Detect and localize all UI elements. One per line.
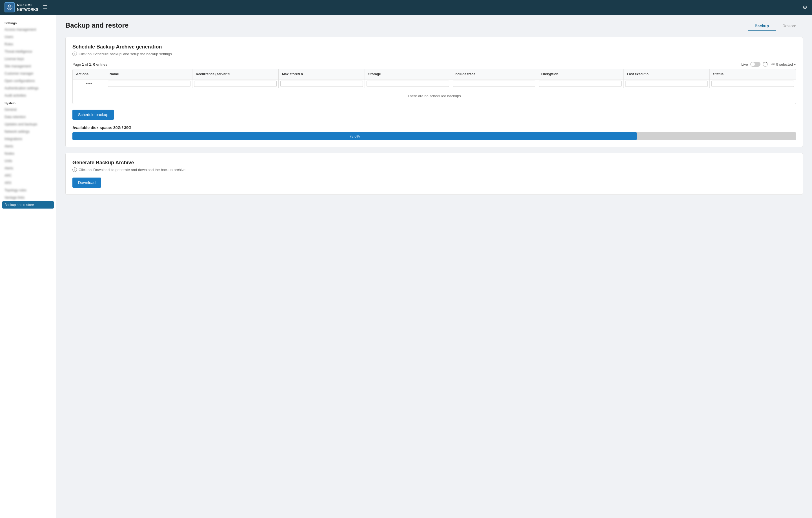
logo-text: NOZOMI NETWORKS xyxy=(17,3,38,11)
chevron-down-icon: ▾ xyxy=(794,62,796,66)
schedule-table-wrapper: Actions Name Recurrence (server ti... Ma… xyxy=(72,69,796,104)
sidebar-item-integrations[interactable]: Integrations xyxy=(0,135,56,143)
generate-backup-card: Generate Backup Archive i Click on 'Down… xyxy=(65,153,803,195)
disk-space-progress: 78.0% xyxy=(72,132,796,140)
filter-encryption-input[interactable] xyxy=(539,81,621,87)
filter-recurrence[interactable] xyxy=(193,79,279,88)
page-header: Backup and restore Backup Restore xyxy=(65,22,803,31)
filter-storage[interactable] xyxy=(365,79,451,88)
filter-recurrence-input[interactable] xyxy=(194,81,277,87)
progress-bar-fill: 78.0% xyxy=(72,132,637,140)
table-filter-row: ••• xyxy=(73,79,796,88)
sidebar-item-arx[interactable]: ARX xyxy=(0,179,56,186)
col-include-trace: Include trace... xyxy=(451,69,537,79)
sidebar-item-audit[interactable]: Audit activities xyxy=(0,92,56,99)
generate-section-subtitle: i Click on 'Download' to generate and do… xyxy=(72,167,796,172)
hamburger-menu[interactable]: ☰ xyxy=(43,4,47,10)
sidebar-item-vantage[interactable]: Vantage links xyxy=(0,194,56,201)
loading-spinner xyxy=(763,62,768,67)
sidebar-item-license[interactable]: License keys xyxy=(0,55,56,63)
col-status: Status xyxy=(710,69,796,79)
sidebar-item-topology[interactable]: Topology rules xyxy=(0,186,56,194)
filter-name[interactable] xyxy=(106,79,192,88)
right-controls: Live 👁 9 selected ▾ xyxy=(741,62,796,67)
col-last-exec: Last executio... xyxy=(624,69,710,79)
download-button[interactable]: Download xyxy=(72,177,101,188)
tab-restore[interactable]: Restore xyxy=(776,22,803,31)
sidebar-item-site-mgmt[interactable]: Site management xyxy=(0,63,56,70)
sidebar-item-updates[interactable]: Updates and backups xyxy=(0,121,56,128)
live-toggle[interactable] xyxy=(750,62,760,67)
sidebar-item-backup-restore[interactable]: Backup and restore xyxy=(2,201,54,208)
table-empty-row: There are no scheduled backups xyxy=(73,88,796,104)
col-recurrence: Recurrence (server ti... xyxy=(193,69,279,79)
filter-actions: ••• xyxy=(73,79,106,88)
sidebar: Settings Access management Users Roles T… xyxy=(0,15,56,518)
settings-icon[interactable]: ⚙ xyxy=(803,4,808,11)
filter-max-stored-input[interactable] xyxy=(280,81,363,87)
page-info: Page 1 of 1, 0 entries xyxy=(72,62,107,66)
filter-include-trace[interactable] xyxy=(451,79,537,88)
empty-message: There are no scheduled backups xyxy=(407,94,461,98)
live-control: Live xyxy=(741,62,768,67)
filter-status-input[interactable] xyxy=(712,81,794,87)
filter-name-input[interactable] xyxy=(108,81,191,87)
table-header-row: Actions Name Recurrence (server ti... Ma… xyxy=(73,69,796,79)
sidebar-item-access-management[interactable]: Access management xyxy=(0,26,56,33)
page-title: Backup and restore xyxy=(65,22,128,29)
live-label: Live xyxy=(741,62,748,66)
schedule-table: Actions Name Recurrence (server ti... Ma… xyxy=(73,69,796,104)
sidebar-item-data-retention[interactable]: Data retention xyxy=(0,113,56,121)
system-section-title: System xyxy=(0,99,56,106)
logo-icon xyxy=(4,2,14,12)
filter-max-stored[interactable] xyxy=(279,79,365,88)
col-max-stored: Max stored b... xyxy=(279,69,365,79)
app-layout: Settings Access management Users Roles T… xyxy=(0,15,812,518)
sidebar-item-network-settings[interactable]: Network settings xyxy=(0,128,56,135)
col-encryption: Encryption xyxy=(537,69,624,79)
filter-storage-input[interactable] xyxy=(367,81,449,87)
info-icon-2: i xyxy=(72,167,77,172)
sidebar-item-users[interactable]: Users xyxy=(0,33,56,40)
generate-section-title: Generate Backup Archive xyxy=(72,160,796,166)
schedule-section-subtitle: i Click on 'Schedule backup' and setup t… xyxy=(72,52,796,56)
dots-icon: ••• xyxy=(86,81,93,86)
main-content: Backup and restore Backup Restore Schedu… xyxy=(56,15,812,518)
col-name: Name xyxy=(106,69,192,79)
logo: NOZOMI NETWORKS xyxy=(4,2,38,12)
info-icon: i xyxy=(72,52,77,56)
sidebar-item-threat-intel[interactable]: Threat intelligence xyxy=(0,48,56,55)
sidebar-item-auth-settings[interactable]: Authentication settings xyxy=(0,85,56,92)
sidebar-item-units[interactable]: Units xyxy=(0,157,56,165)
sidebar-item-nodes[interactable]: Nodes xyxy=(0,150,56,157)
disk-space-label: Available disk space: 30G / 39G xyxy=(72,125,796,130)
settings-section-title: Settings xyxy=(0,19,56,26)
filter-encryption[interactable] xyxy=(537,79,624,88)
filter-last-exec-input[interactable] xyxy=(625,81,708,87)
sidebar-item-customer-mgr[interactable]: Customer manager xyxy=(0,70,56,77)
sidebar-item-alerts[interactable]: Alerts xyxy=(0,143,56,150)
filter-last-exec[interactable] xyxy=(624,79,710,88)
svg-marker-1 xyxy=(8,6,11,9)
sidebar-item-alerts2[interactable]: Alerts xyxy=(0,165,56,172)
columns-selector[interactable]: 👁 9 selected ▾ xyxy=(771,62,796,66)
sidebar-item-general[interactable]: General xyxy=(0,106,56,113)
table-controls: Page 1 of 1, 0 entries Live 👁 9 selected… xyxy=(72,62,796,67)
eye-icon: 👁 xyxy=(771,62,775,66)
sidebar-item-roles[interactable]: Roles xyxy=(0,40,56,48)
header-left: NOZOMI NETWORKS ☰ xyxy=(4,2,47,12)
app-header: NOZOMI NETWORKS ☰ ⚙ xyxy=(0,0,812,15)
col-storage: Storage xyxy=(365,69,451,79)
filter-include-trace-input[interactable] xyxy=(453,81,535,87)
columns-count: 9 selected xyxy=(776,62,793,66)
tab-backup[interactable]: Backup xyxy=(748,22,776,31)
col-actions: Actions xyxy=(73,69,106,79)
schedule-section-title: Schedule Backup Archive generation xyxy=(72,44,796,50)
schedule-backup-button[interactable]: Schedule backup xyxy=(72,110,114,120)
schedule-backup-card: Schedule Backup Archive generation i Cli… xyxy=(65,37,803,147)
progress-text: 78.0% xyxy=(349,134,360,138)
filter-status[interactable] xyxy=(710,79,796,88)
tabs: Backup Restore xyxy=(748,22,803,31)
sidebar-item-arc[interactable]: ARC xyxy=(0,172,56,179)
sidebar-item-open-config[interactable]: Open configurations xyxy=(0,77,56,85)
